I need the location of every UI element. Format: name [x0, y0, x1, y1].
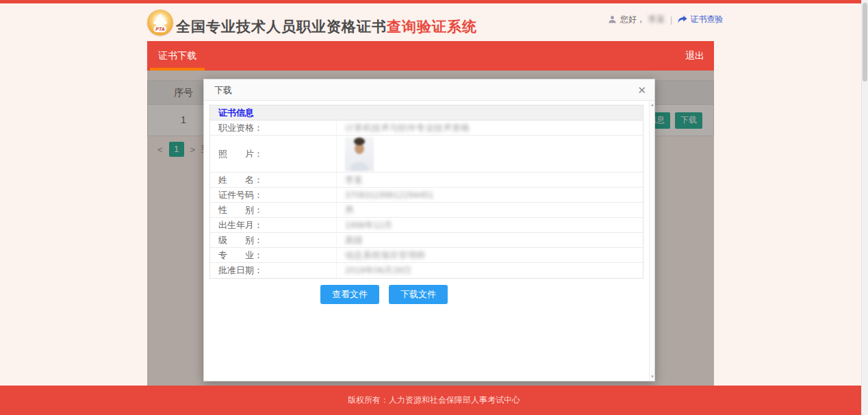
field-value: [337, 136, 643, 173]
field-label: 证件号码：: [210, 188, 337, 202]
field-row-approval-date: 批准日期： 2019年06月29日: [210, 263, 643, 278]
tab-cert-download-label: 证书下载: [158, 50, 196, 61]
field-label: 姓 名：: [210, 173, 337, 187]
field-value: 2019年06月29日: [337, 264, 643, 277]
modal-body: 证书信息 职业资格： 计算机技术与软件专业技术资格 照 片： 姓 名： 李某 证…: [204, 101, 649, 381]
close-icon[interactable]: ✕: [637, 79, 646, 101]
field-label: 批准日期：: [210, 263, 337, 278]
modal-titlebar: 下载 ✕: [204, 79, 654, 101]
field-value: 男: [337, 204, 643, 216]
field-row-gender: 性 别： 男: [210, 203, 643, 218]
scroll-down-icon[interactable]: ▼: [650, 375, 655, 379]
field-row-name: 姓 名： 李某: [210, 173, 643, 188]
page-footer: 版权所有：人力资源和社会保障部人事考试中心: [0, 386, 868, 415]
field-row-level: 级 别： 高级: [210, 233, 643, 248]
share-arrow-icon: [678, 15, 687, 24]
field-label: 专 业：: [210, 248, 337, 262]
field-value: 1998年12月: [337, 219, 643, 231]
field-label: 出生年月：: [210, 218, 337, 232]
scrollbar-thumb[interactable]: [863, 3, 867, 81]
download-modal: 下载 ✕ 证书信息 职业资格： 计算机技术与软件专业技术资格 照 片： 姓 名：…: [203, 79, 655, 381]
cert-verify-label: 证书查验: [690, 14, 723, 25]
tab-cert-download[interactable]: 证书下载: [147, 41, 207, 71]
logout-button[interactable]: 退出: [685, 41, 704, 71]
field-row-photo: 照 片：: [210, 136, 643, 173]
user-icon: [608, 15, 617, 24]
field-value: 370831199812294451: [337, 190, 643, 200]
download-file-button[interactable]: 下载文件: [389, 285, 448, 304]
userbar-separator: |: [670, 15, 672, 25]
field-row-birth: 出生年月： 1998年12月: [210, 218, 643, 233]
field-label: 照 片：: [210, 136, 337, 172]
field-row-qualification: 职业资格： 计算机技术与软件专业技术资格: [210, 121, 643, 136]
site-header: PTA 全国专业技术人员职业资格证书查询验证系统 您好，李某 | 证书查验: [0, 3, 868, 41]
field-value: 信息系统项目管理师: [337, 249, 643, 262]
user-bar: 您好，李某 | 证书查验: [608, 14, 717, 25]
field-value: 高级: [337, 234, 643, 247]
field-label: 职业资格：: [210, 121, 337, 135]
site-title: 全国专业技术人员职业资格证书查询验证系统: [176, 17, 477, 36]
field-value: 计算机技术与软件专业技术资格: [337, 122, 643, 134]
modal-scrollbar[interactable]: ▲ ▼: [649, 101, 654, 381]
cert-info-table: 证书信息 职业资格： 计算机技术与软件专业技术资格 照 片： 姓 名： 李某 证…: [209, 105, 643, 279]
field-value: 李某: [337, 174, 643, 186]
scroll-up-icon[interactable]: ▲: [650, 103, 655, 107]
logo-pta-text: PTA: [153, 26, 166, 32]
browser-scrollbar[interactable]: [861, 0, 868, 415]
site-title-main: 全国专业技术人员职业资格证书: [176, 18, 387, 34]
pta-logo: PTA: [147, 10, 173, 36]
user-greeting: 您好，: [620, 14, 645, 25]
cert-verify-link[interactable]: 证书查验: [678, 14, 723, 25]
modal-title: 下载: [214, 85, 232, 95]
modal-buttons: 查看文件 下载文件: [209, 285, 643, 304]
user-name: 李某: [648, 14, 665, 25]
site-title-accent: 查询验证系统: [387, 18, 477, 34]
field-row-major: 专 业： 信息系统项目管理师: [210, 248, 643, 263]
field-row-id-number: 证件号码： 370831199812294451: [210, 188, 643, 203]
field-label: 性 别：: [210, 203, 337, 217]
cert-info-section-title: 证书信息: [210, 105, 643, 121]
id-photo: [345, 137, 374, 171]
copyright-text: 版权所有：人力资源和社会保障部人事考试中心: [348, 394, 520, 406]
view-file-button[interactable]: 查看文件: [320, 285, 379, 304]
main-navbar: 证书下载 退出: [147, 41, 714, 71]
field-label: 级 别：: [210, 233, 337, 247]
